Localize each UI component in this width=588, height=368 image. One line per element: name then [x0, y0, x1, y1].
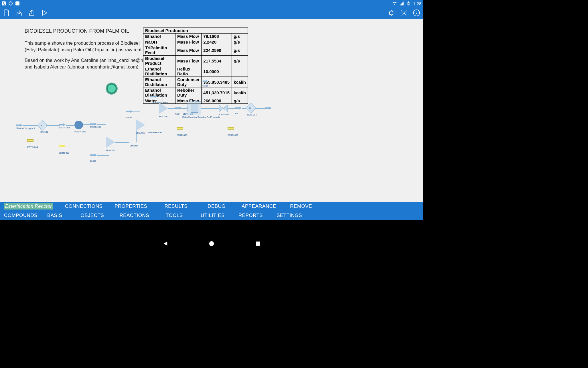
share-icon[interactable] [28, 9, 35, 17]
stream-arrow-icon[interactable] [265, 107, 272, 109]
android-status-bar: A 1:28 [0, 0, 423, 7]
tab-remove[interactable]: REMOVE [290, 203, 312, 209]
results-table: Biodiesel Production EthanolMass Flow78.… [143, 28, 248, 104]
tab-appearance[interactable]: APPEARANCE [242, 203, 276, 209]
svg-marker-4 [223, 105, 228, 112]
esterification-reactor[interactable] [188, 101, 201, 115]
recents-button-icon[interactable] [255, 240, 261, 247]
process-flowsheet[interactable]: Ethanol Recycle 2 H HCR-002 ESTR-004 MST… [16, 96, 420, 202]
table-row: Ethanol DistillationCondenser Duty355,85… [143, 77, 248, 87]
stream-arrow-icon[interactable] [235, 107, 242, 109]
stream-arrow-icon[interactable] [90, 154, 97, 156]
svg-point-5 [209, 241, 214, 246]
stream-arrow-icon[interactable] [59, 123, 66, 126]
tab-connections[interactable]: CONNECTIONS [65, 203, 102, 209]
table-row: TriPalmitin FeedMass Flow224.2590g/s [143, 45, 248, 56]
keyboard-indicator-icon: A [2, 1, 6, 5]
stream-m1[interactable]: M1 [235, 112, 242, 115]
tab-tools[interactable]: TOOLS [166, 213, 183, 218]
home-button-icon[interactable] [208, 240, 215, 247]
tab-settings[interactable]: SETTINGS [277, 213, 302, 218]
stream-arrow-icon[interactable] [126, 110, 133, 113]
status-circle-icon [9, 1, 13, 5]
label-hcr002: HCR-002 [39, 131, 48, 133]
stream-mstr006[interactable]: MSTR-006 [90, 126, 101, 128]
signal-icon [399, 1, 404, 6]
svg-rect-6 [256, 242, 260, 246]
sd-card-icon [15, 1, 19, 5]
tab-results[interactable]: RESULTS [164, 203, 188, 209]
table-row: EthanolMass Flow78.1608g/s [143, 34, 248, 39]
heater-hcr002[interactable]: H [37, 120, 48, 131]
stream-ethanol[interactable]: Ethanol [130, 144, 138, 147]
table-row: NaOHMass Flow2.2420g/s [143, 39, 248, 45]
android-nav-bar [0, 236, 423, 251]
stream-naoh[interactable]: NaOH [126, 116, 133, 119]
valve-022[interactable] [219, 105, 228, 112]
black-separator [0, 220, 423, 236]
mixer-016[interactable] [159, 103, 168, 114]
label-estr025: ESTR-025 [228, 134, 238, 136]
table-header: Biodiesel Production [143, 28, 248, 34]
energy-tag-icon[interactable] [228, 127, 234, 130]
energy-tag-icon[interactable] [59, 145, 65, 147]
tab-basis[interactable]: BASIS [47, 213, 62, 218]
svg-point-1 [403, 12, 405, 14]
label-mix016: MIX-016 [159, 115, 168, 118]
label-hcr024: HCR-024 [247, 113, 256, 116]
stream-arrow-icon[interactable] [90, 123, 97, 126]
tab-objects[interactable]: OBJECTS [81, 213, 104, 218]
label-estr004: ESTR-004 [27, 146, 38, 148]
energy-tag-icon[interactable] [177, 127, 183, 130]
stream-arrow-icon[interactable] [150, 95, 157, 98]
tab-utilities[interactable]: UTILITIES [201, 213, 225, 218]
stream-ethanol-recycle[interactable]: Ethanol Recycle 2 [16, 127, 35, 130]
stream-arrow-icon[interactable] [175, 107, 182, 109]
label-valv022: VALV-022 [219, 113, 229, 116]
stream-mstr003[interactable]: MSTR-003 [59, 126, 70, 129]
bug-icon[interactable] [388, 9, 395, 17]
tab-properties[interactable]: PROPERTIES [115, 203, 147, 209]
info-icon[interactable] [413, 9, 420, 17]
gear-icon[interactable] [400, 9, 408, 17]
stream-etoh[interactable]: EtOH [90, 160, 97, 162]
stream-arrow-icon[interactable] [202, 80, 208, 82]
label-mix009: MIX-009 [106, 149, 115, 152]
tab-debug[interactable]: DEBUG [208, 203, 226, 209]
label-mix013: MIX-013 [136, 132, 145, 134]
svg-marker-3 [219, 105, 223, 112]
status-time: 1:28 [413, 1, 421, 6]
flowsheet-canvas[interactable]: BIODIESEL PRODUCTION FROM PALM OIL This … [0, 19, 423, 202]
label-estr007: ESTR-007 [59, 152, 69, 154]
new-file-icon[interactable] [3, 9, 10, 17]
stream-relief[interactable]: Relief [202, 85, 209, 87]
mixer-013[interactable] [136, 119, 145, 131]
back-button-icon[interactable] [162, 240, 168, 247]
pump-005[interactable] [74, 121, 83, 129]
table-row: Biodiesel ProductMass Flow217.5534g/s [143, 56, 248, 66]
stream-naoh-etoh[interactable]: NaOH+EtOH [148, 131, 162, 134]
tab-reports[interactable]: REPORTS [238, 213, 263, 218]
battery-icon [406, 1, 411, 6]
app-toolbar [0, 7, 423, 19]
label-esterification: Esterification Reactor Rx Products [182, 116, 220, 118]
energy-tag-icon[interactable] [27, 139, 33, 142]
play-icon[interactable] [41, 9, 48, 17]
table-row: Ethanol DistillationReflux Ratio10.0000 [143, 66, 248, 77]
touch-indicator-icon [106, 83, 117, 94]
tab-compounds[interactable]: COMPOUNDS [4, 213, 38, 218]
heater-hcr024[interactable]: H [246, 103, 256, 113]
mixer-009[interactable] [106, 136, 115, 148]
stream-arrow-icon[interactable] [16, 124, 23, 127]
wifi-icon [392, 1, 397, 6]
label-pump005: PUMP-005 [74, 130, 86, 133]
open-file-icon[interactable] [15, 9, 23, 17]
bottom-tabs: Esterification Reactor CONNECTIONS PROPE… [0, 202, 423, 220]
tab-reactions[interactable]: REACTIONS [119, 213, 149, 218]
label-estr021: ESTR-021 [177, 134, 187, 136]
tab-selected-object[interactable]: Esterification Reactor [4, 203, 53, 210]
